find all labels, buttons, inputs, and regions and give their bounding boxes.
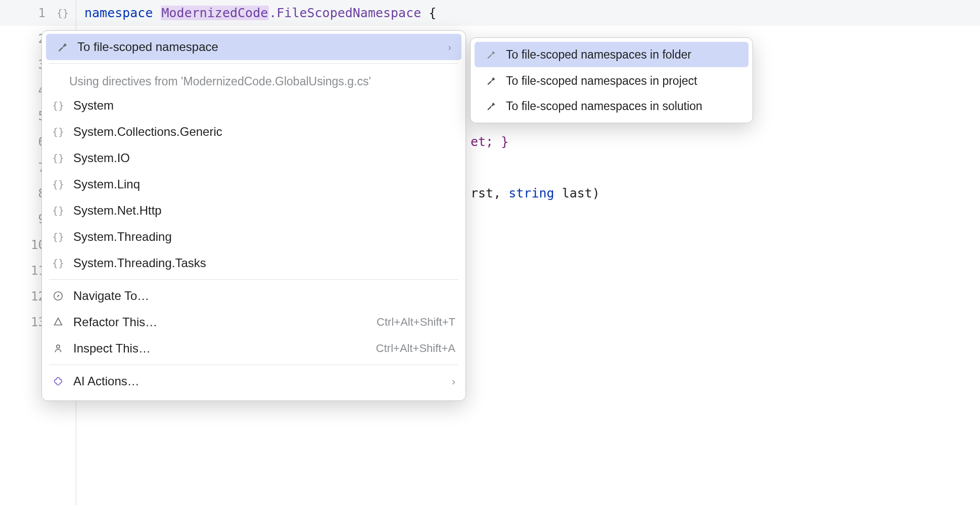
using-label: System bbox=[73, 98, 455, 113]
namespace-icon: {} bbox=[51, 256, 65, 270]
ai-actions[interactable]: AI Actions… › bbox=[42, 368, 465, 394]
chevron-right-icon: › bbox=[448, 41, 451, 53]
using-item[interactable]: {} System.Threading bbox=[42, 224, 465, 250]
inspect-this-action[interactable]: Inspect This… Ctrl+Alt+Shift+A bbox=[42, 335, 465, 362]
code-fragment: rst, bbox=[471, 186, 508, 200]
using-label: System.Net.Http bbox=[73, 204, 455, 218]
action-file-scoped-in-project[interactable]: To file-scoped namespaces in project bbox=[475, 68, 749, 93]
namespace-icon: {} bbox=[51, 230, 65, 244]
namespace-icon: {} bbox=[51, 177, 65, 191]
refactor-this-action[interactable]: Refactor This… Ctrl+Alt+Shift+T bbox=[42, 309, 465, 335]
action-label: To file-scoped namespaces in project bbox=[506, 74, 738, 88]
namespace-icon: {} bbox=[51, 98, 65, 113]
action-label: Refactor This… bbox=[73, 315, 368, 329]
action-label: Inspect This… bbox=[73, 341, 368, 356]
using-item[interactable]: {} System.Threading.Tasks bbox=[42, 250, 465, 276]
separator bbox=[49, 365, 458, 365]
using-label: System.IO bbox=[73, 151, 455, 165]
usings-header: Using directives from 'ModernizedCode.Gl… bbox=[42, 67, 465, 92]
separator bbox=[49, 279, 458, 280]
open-brace: { bbox=[421, 6, 436, 20]
svg-point-1 bbox=[57, 345, 60, 348]
using-label: System.Collections.Generic bbox=[73, 125, 455, 139]
navigate-to-action[interactable]: Navigate To… bbox=[42, 283, 465, 309]
refactor-icon bbox=[51, 315, 65, 329]
shortcut-label: Ctrl+Alt+Shift+T bbox=[377, 316, 455, 329]
hammer-icon bbox=[55, 40, 69, 54]
action-file-scoped-in-solution[interactable]: To file-scoped namespaces in solution bbox=[475, 93, 749, 119]
hammer-icon bbox=[484, 99, 498, 113]
action-label: To file-scoped namespaces in solution bbox=[506, 99, 738, 113]
chevron-right-icon: › bbox=[452, 376, 455, 387]
code-fragment: last) bbox=[554, 186, 600, 200]
hammer-icon bbox=[484, 74, 498, 88]
namespace-icon: {} bbox=[51, 125, 65, 139]
inspect-icon bbox=[51, 341, 65, 356]
keyword-namespace: namespace bbox=[84, 6, 161, 20]
action-label: To file-scoped namespaces in folder bbox=[506, 48, 738, 62]
code-fragment: et; } bbox=[471, 134, 508, 149]
namespace-part: FileScopedNamespace bbox=[276, 6, 421, 20]
code-editor: 1 {} 2 3 4 5 6 7 8 9 10 11 12 13 namespa… bbox=[0, 0, 980, 505]
action-to-file-scoped-namespace[interactable]: To file-scoped namespace › bbox=[46, 34, 461, 60]
action-file-scoped-in-folder[interactable]: To file-scoped namespaces in folder bbox=[475, 42, 749, 67]
line-number: 1 bbox=[0, 6, 56, 20]
context-actions-popup: To file-scoped namespace › Using directi… bbox=[41, 30, 466, 401]
namespace-icon: {} bbox=[51, 151, 65, 165]
namespace-dot: . bbox=[269, 6, 276, 20]
action-label: Navigate To… bbox=[73, 289, 455, 303]
code-line[interactable]: namespace ModernizedCode . FileScopedNam… bbox=[76, 0, 980, 26]
compass-icon bbox=[51, 289, 65, 303]
action-label: AI Actions… bbox=[73, 374, 444, 388]
action-label: To file-scoped namespace bbox=[77, 40, 440, 54]
using-item[interactable]: {} System bbox=[42, 92, 465, 119]
namespace-part-highlighted: ModernizedCode bbox=[161, 6, 269, 20]
namespace-icon: {} bbox=[51, 204, 65, 218]
using-item[interactable]: {} System.Net.Http bbox=[42, 197, 465, 224]
namespace-icon: {} bbox=[56, 7, 70, 19]
using-label: System.Threading bbox=[73, 230, 455, 244]
ai-icon bbox=[51, 374, 65, 388]
gutter-row[interactable]: 1 {} bbox=[0, 0, 76, 26]
separator bbox=[49, 63, 458, 64]
using-item[interactable]: {} System.Linq bbox=[42, 171, 465, 197]
hammer-icon bbox=[484, 47, 498, 62]
using-item[interactable]: {} System.IO bbox=[42, 145, 465, 171]
submenu-popup: To file-scoped namespaces in folder To f… bbox=[470, 37, 753, 123]
using-label: System.Threading.Tasks bbox=[73, 256, 455, 270]
shortcut-label: Ctrl+Alt+Shift+A bbox=[376, 342, 455, 355]
keyword-type: string bbox=[508, 186, 554, 200]
using-item[interactable]: {} System.Collections.Generic bbox=[42, 119, 465, 145]
using-label: System.Linq bbox=[73, 177, 455, 191]
